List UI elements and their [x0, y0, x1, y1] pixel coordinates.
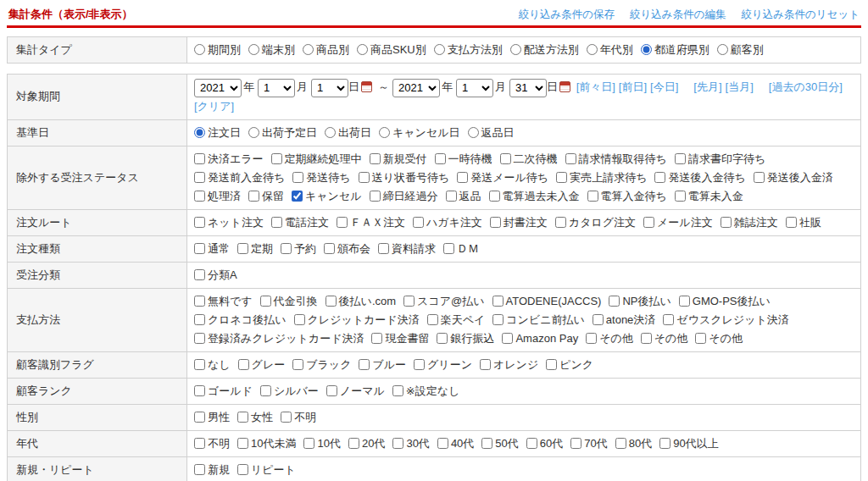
checkbox-option[interactable]: オレンジ [480, 358, 538, 371]
checkbox-input[interactable] [194, 464, 205, 475]
checkbox-option[interactable]: 新規 [194, 463, 230, 476]
period-shortcut-link[interactable]: [先月] [693, 80, 721, 93]
checkbox-input[interactable] [392, 385, 403, 396]
radio-input[interactable] [194, 44, 205, 55]
radio-input[interactable] [248, 127, 259, 138]
checkbox-option[interactable]: 現金書留 [371, 332, 429, 345]
checkbox-option[interactable]: リピート [237, 463, 296, 476]
checkbox-option[interactable]: なし [194, 358, 231, 371]
period-shortcut-link[interactable]: [前々日] [576, 80, 615, 93]
checkbox-input[interactable] [237, 438, 248, 449]
checkbox-option[interactable]: ゼウスクレジット決済 [663, 313, 788, 326]
checkbox-input[interactable] [586, 333, 597, 344]
checkbox-input[interactable] [556, 172, 567, 183]
radio-option[interactable]: 支払方法別 [434, 43, 503, 56]
checkbox-option[interactable]: コンビニ前払い [492, 313, 585, 326]
checkbox-input[interactable] [675, 191, 686, 202]
checkbox-input[interactable] [492, 314, 504, 325]
checkbox-option[interactable]: Amazon Pay [502, 332, 578, 345]
checkbox-input[interactable] [271, 217, 282, 228]
checkbox-option[interactable]: 実売上請求待ち [556, 171, 647, 184]
checkbox-input[interactable] [359, 172, 370, 183]
calendar-icon[interactable] [361, 81, 372, 92]
checkbox-input[interactable] [427, 314, 438, 325]
checkbox-option[interactable]: 新規受付 [370, 152, 427, 165]
radio-input[interactable] [468, 127, 479, 138]
checkbox-input[interactable] [194, 217, 205, 228]
checkbox-input[interactable] [194, 243, 205, 254]
checkbox-input[interactable] [403, 296, 415, 307]
checkbox-option[interactable]: 女性 [237, 411, 273, 423]
checkbox-input[interactable] [194, 172, 205, 183]
checkbox-option[interactable]: 定期 [237, 242, 273, 255]
checkbox-option[interactable]: 50代 [481, 437, 518, 450]
checkbox-input[interactable] [481, 438, 492, 449]
checkbox-option[interactable]: ※設定なし [392, 384, 460, 397]
checkbox-option[interactable]: 代金引換 [260, 295, 318, 307]
checkbox-input[interactable] [370, 191, 381, 202]
checkbox-input[interactable] [194, 359, 205, 370]
radio-option[interactable]: 出荷日 [325, 126, 371, 139]
checkbox-input[interactable] [237, 412, 248, 423]
checkbox-option[interactable]: 資料請求 [378, 242, 436, 255]
checkbox-input[interactable] [378, 243, 389, 254]
checkbox-option[interactable]: 発送待ち [292, 171, 350, 184]
radio-option[interactable]: 配送方法別 [510, 43, 579, 56]
checkbox-option[interactable]: 無料です [194, 295, 253, 307]
checkbox-option[interactable]: 頒布会 [324, 242, 370, 255]
checkbox-input[interactable] [663, 314, 674, 325]
checkbox-option[interactable]: その他 [641, 332, 688, 345]
checkbox-input[interactable] [281, 243, 292, 254]
checkbox-option[interactable]: 雑誌注文 [721, 216, 778, 229]
checkbox-option[interactable]: 社販 [786, 216, 821, 229]
checkbox-option[interactable]: キャンセル [292, 190, 362, 202]
checkbox-input[interactable] [443, 243, 454, 254]
radio-option[interactable]: 都道府県別 [641, 43, 709, 56]
checkbox-input[interactable] [303, 438, 314, 449]
checkbox-input[interactable] [565, 153, 576, 164]
checkbox-option[interactable]: 登録済みクレジットカード決済 [194, 332, 364, 345]
checkbox-option[interactable]: ゴールド [194, 384, 253, 397]
from-day-select[interactable]: 1 [311, 79, 348, 97]
page-title[interactable]: 集計条件（表示/非表示） [8, 7, 133, 22]
checkbox-option[interactable]: 60代 [526, 437, 563, 450]
checkbox-input[interactable] [413, 217, 424, 228]
checkbox-input[interactable] [546, 359, 557, 370]
from-year-select[interactable]: 2021 [194, 79, 242, 97]
checkbox-input[interactable] [326, 385, 337, 396]
checkbox-option[interactable]: atone決済 [593, 313, 656, 326]
checkbox-option[interactable]: ネット注文 [194, 216, 264, 229]
radio-input[interactable] [194, 127, 205, 138]
from-month-select[interactable]: 1 [258, 79, 295, 97]
checkbox-input[interactable] [292, 191, 303, 202]
checkbox-option[interactable]: ブラック [292, 358, 351, 371]
checkbox-input[interactable] [437, 438, 448, 449]
checkbox-option[interactable]: 一時待機 [435, 152, 492, 165]
header-link[interactable]: 絞り込み条件の保存 [519, 8, 615, 20]
checkbox-option[interactable]: ＦＡＸ注文 [337, 216, 405, 229]
checkbox-option[interactable]: その他 [695, 332, 743, 345]
checkbox-input[interactable] [654, 172, 665, 183]
checkbox-option[interactable]: 電算入金待ち [587, 190, 667, 202]
checkbox-input[interactable] [659, 438, 670, 449]
checkbox-option[interactable]: 80代 [615, 437, 652, 450]
checkbox-input[interactable] [675, 153, 686, 164]
checkbox-input[interactable] [337, 217, 348, 228]
checkbox-input[interactable] [695, 333, 706, 344]
checkbox-option[interactable]: ハガキ注文 [413, 216, 482, 229]
checkbox-input[interactable] [446, 191, 457, 202]
checkbox-input[interactable] [260, 296, 271, 307]
radio-option[interactable]: 商品SKU別 [357, 43, 426, 56]
checkbox-option[interactable]: 発送メール待ち [457, 171, 548, 184]
checkbox-option[interactable]: 40代 [437, 437, 474, 450]
checkbox-option[interactable]: ブルー [359, 358, 406, 371]
radio-option[interactable]: 期間別 [194, 43, 241, 56]
checkbox-option[interactable]: 電算過去未入金 [489, 190, 580, 202]
checkbox-input[interactable] [643, 217, 654, 228]
checkbox-input[interactable] [194, 153, 205, 164]
radio-input[interactable] [641, 44, 652, 55]
checkbox-option[interactable]: スコア@払い [403, 295, 484, 307]
checkbox-input[interactable] [786, 217, 797, 228]
radio-input[interactable] [717, 44, 728, 55]
checkbox-input[interactable] [281, 412, 292, 423]
